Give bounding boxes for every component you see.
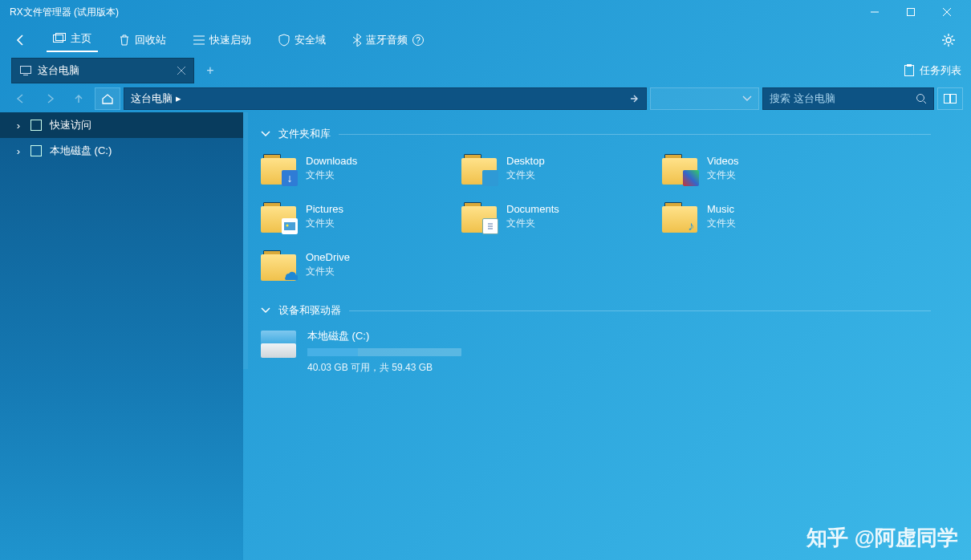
svg-rect-20 [284, 222, 295, 230]
folder-name: Downloads [306, 155, 357, 167]
folder-music[interactable]: ♪ Music文件夹 [662, 201, 863, 233]
sidebar: › 快速访问 › 本地磁盘 (C:) [0, 112, 243, 560]
collapse-toggle-drives[interactable] [261, 307, 270, 314]
toolbar-safezone-label: 安全域 [295, 33, 326, 47]
divider [349, 310, 931, 311]
drive-local-c[interactable]: 本地磁盘 (C:) 40.03 GB 可用，共 59.43 GB [261, 329, 971, 375]
svg-point-9 [946, 38, 951, 43]
navigation-bar: 这台电脑 ▸ 搜索 这台电脑 [0, 85, 971, 112]
shield-icon [278, 34, 290, 47]
filter-dropdown[interactable] [650, 87, 759, 110]
main-area: › 快速访问 › 本地磁盘 (C:) 文件夹和库 ↓ Downloads文件夹 … [0, 112, 971, 560]
svg-point-16 [917, 95, 924, 102]
close-button[interactable] [928, 0, 965, 24]
folder-grid: ↓ Downloads文件夹 Desktop文件夹 Videos文件夹 Pict… [261, 152, 971, 281]
folder-onedrive[interactable]: OneDrive文件夹 [261, 249, 461, 281]
folder-type: 文件夹 [306, 168, 357, 182]
folder-name: Pictures [306, 203, 343, 215]
folder-icon [461, 152, 497, 185]
tab-label: 这台电脑 [38, 63, 171, 78]
section-folders-label: 文件夹和库 [278, 127, 331, 141]
folder-name: OneDrive [306, 251, 350, 263]
pc-icon [30, 120, 42, 131]
collapse-toggle-folders[interactable] [261, 131, 270, 137]
folder-icon [461, 201, 497, 233]
clipboard-icon [904, 64, 915, 77]
sidebar-quick-label: 快速访问 [50, 118, 91, 132]
drive-name: 本地磁盘 (C:) [307, 329, 461, 343]
titlebar: RX文件管理器 (试用版本) [0, 0, 971, 24]
toolbar-back-icon[interactable] [10, 34, 32, 47]
folder-icon [662, 152, 697, 185]
folder-icon: ↓ [261, 152, 296, 185]
folder-type: 文件夹 [506, 217, 559, 230]
folder-type: 文件夹 [506, 168, 545, 182]
splitter-handle[interactable] [243, 112, 248, 369]
folder-type: 文件夹 [707, 168, 739, 182]
svg-rect-18 [945, 95, 950, 103]
search-placeholder: 搜索 这台电脑 [770, 91, 916, 106]
svg-rect-10 [21, 67, 31, 74]
go-icon[interactable] [628, 93, 640, 104]
sidebar-item-local-disk[interactable]: › 本地磁盘 (C:) [0, 138, 243, 164]
minimize-button[interactable] [856, 0, 892, 24]
settings-button[interactable] [936, 27, 961, 53]
svg-point-21 [286, 225, 289, 227]
sidebar-disk-label: 本地磁盘 (C:) [50, 144, 112, 158]
toolbar-bluetooth-label: 蓝牙音频 [366, 33, 408, 47]
tab-this-pc[interactable]: 这台电脑 [11, 58, 194, 83]
toolbar-recycle[interactable]: 回收站 [112, 30, 173, 51]
nav-back-button[interactable] [8, 87, 34, 110]
tabs-icon [53, 33, 66, 44]
nav-up-button[interactable] [66, 87, 91, 110]
address-bar[interactable]: 这台电脑 ▸ [124, 87, 647, 110]
svg-line-17 [924, 101, 926, 103]
folder-name: Documents [506, 203, 559, 215]
search-input[interactable]: 搜索 这台电脑 [762, 87, 934, 110]
nav-home-button[interactable] [95, 87, 120, 110]
folder-name: Videos [707, 155, 739, 167]
layout-toggle-button[interactable] [937, 87, 963, 110]
maximize-button[interactable] [892, 0, 928, 24]
toolbar-safezone[interactable]: 安全域 [272, 30, 332, 51]
main-toolbar: 主页 回收站 快速启动 安全域 蓝牙音频 ? [0, 24, 971, 56]
svg-rect-5 [56, 34, 66, 41]
tab-close-icon[interactable] [177, 67, 185, 75]
bluetooth-icon [353, 34, 361, 47]
toolbar-home-label: 主页 [71, 31, 91, 46]
nav-forward-button[interactable] [37, 87, 63, 110]
help-icon: ? [412, 34, 424, 46]
task-list-label: 任务列表 [920, 63, 961, 78]
folder-icon [261, 201, 296, 233]
folder-icon [261, 249, 296, 281]
chevron-down-icon [742, 95, 752, 102]
search-icon [916, 93, 927, 104]
drive-icon [261, 331, 296, 358]
chevron-right-icon: › [14, 120, 22, 132]
sidebar-item-quick-access[interactable]: › 快速访问 [0, 112, 243, 138]
drive-stat: 40.03 GB 可用，共 59.43 GB [307, 361, 461, 375]
folder-videos[interactable]: Videos文件夹 [662, 152, 863, 185]
folder-type: 文件夹 [707, 217, 736, 230]
folder-name: Desktop [506, 155, 545, 167]
new-tab-button[interactable]: + [197, 58, 223, 83]
folder-type: 文件夹 [306, 217, 343, 230]
tab-bar: 这台电脑 + 任务列表 [0, 56, 971, 85]
drive-icon [30, 145, 42, 156]
svg-rect-4 [54, 35, 63, 43]
folder-type: 文件夹 [306, 265, 350, 278]
window-title: RX文件管理器 (试用版本) [6, 6, 856, 19]
folder-desktop[interactable]: Desktop文件夹 [461, 152, 662, 185]
pc-icon [20, 66, 31, 75]
folder-documents[interactable]: Documents文件夹 [461, 201, 662, 233]
toolbar-bluetooth[interactable]: 蓝牙音频 ? [347, 30, 430, 51]
content-pane: 文件夹和库 ↓ Downloads文件夹 Desktop文件夹 Videos文件… [243, 112, 971, 560]
task-list-button[interactable]: 任务列表 [904, 63, 961, 78]
trash-icon [119, 34, 130, 47]
toolbar-home[interactable]: 主页 [47, 28, 98, 52]
address-path: 这台电脑 ▸ [131, 91, 181, 106]
folder-pictures[interactable]: Pictures文件夹 [261, 201, 461, 233]
folder-downloads[interactable]: ↓ Downloads文件夹 [261, 152, 461, 185]
drive-usage-bar [307, 348, 461, 356]
toolbar-quicklaunch[interactable]: 快速启动 [187, 30, 258, 51]
